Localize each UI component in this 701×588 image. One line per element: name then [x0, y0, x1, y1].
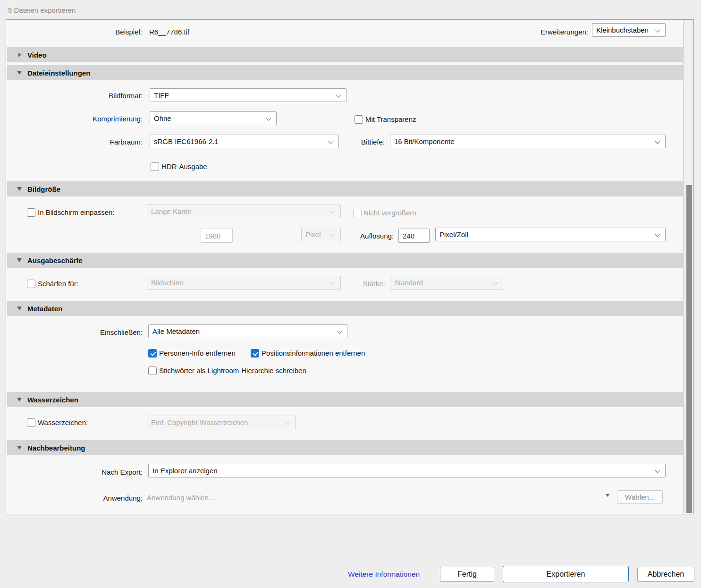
- section-header-output-sharpening[interactable]: Ausgabeschärfe: [7, 253, 684, 268]
- export-dialog-screen: 5 Dateien exportieren Beispiel: R6__7786…: [0, 0, 701, 588]
- color-space-value: sRGB IEC61966-2.1: [154, 137, 219, 145]
- watermark-value: Einf. Copyright-Wasserzeichen: [151, 418, 248, 426]
- section-header-video[interactable]: Video: [7, 47, 684, 62]
- chevron-down-icon: [285, 419, 290, 425]
- example-label: Beispiel:: [24, 27, 142, 37]
- color-space-label: Farbraum:: [25, 137, 143, 147]
- compression-value: Ohne: [154, 114, 171, 122]
- sharpen-amount-select: Standard: [390, 276, 503, 290]
- hdr-output-label: HDR-Ausgabe: [161, 162, 207, 171]
- resolution-input[interactable]: [398, 229, 430, 243]
- image-format-value: TIFF: [154, 91, 169, 99]
- resolution-label: Auflösung:: [276, 231, 394, 241]
- expanded-triangle-icon: [17, 258, 22, 262]
- expanded-triangle-icon: [17, 71, 22, 75]
- chevron-down-icon: [655, 231, 660, 237]
- fit-screen-checkbox[interactable]: [27, 208, 35, 217]
- extensions-value: Kleinbuchstaben: [596, 26, 649, 34]
- export-button[interactable]: Exportieren: [503, 566, 629, 582]
- sharpen-for-checkbox[interactable]: [27, 280, 35, 288]
- keywords-hierarchy-label: Stichwörter als Lightroom-Hierarchie sch…: [159, 366, 306, 375]
- watermark-label: Wasserzeichen:: [38, 418, 88, 427]
- cancel-button[interactable]: Abbrechen: [637, 567, 694, 582]
- sharpen-amount-label: Stärke:: [267, 279, 385, 289]
- transparency-checkbox[interactable]: [355, 115, 363, 124]
- expanded-triangle-icon: [17, 307, 22, 310]
- section-header-post-processing[interactable]: Nachbearbeitung: [7, 440, 684, 455]
- remove-person-info-label: Personen-Info entfernen: [159, 349, 236, 358]
- section-header-metadata[interactable]: Metadaten: [7, 301, 684, 316]
- fit-dimension-value: Lange Kante: [151, 207, 191, 215]
- bit-depth-value: 16 Bit/Komponente: [394, 137, 455, 145]
- watermark-checkbox[interactable]: [27, 418, 35, 427]
- collapsed-triangle-icon: [18, 52, 22, 57]
- remove-location-info-checkbox[interactable]: [251, 349, 259, 358]
- sharpen-target-value: Bildschirm: [151, 279, 184, 287]
- section-title-image-size: Bildgröße: [27, 185, 60, 193]
- after-export-select[interactable]: In Explorer anzeigen: [148, 464, 666, 477]
- scrollbar-thumb[interactable]: [686, 185, 692, 513]
- chevron-down-icon: [330, 208, 335, 213]
- section-title-metadata: Metadaten: [27, 305, 62, 313]
- resolution-unit-value: Pixel/Zoll: [439, 230, 468, 239]
- metadata-include-value: Alle Metadaten: [152, 327, 200, 335]
- chevron-down-icon: [655, 468, 660, 473]
- dialog-title: 5 Dateien exportieren: [8, 6, 76, 14]
- chevron-down-icon: [492, 280, 498, 285]
- fit-screen-label: In Bildschirm einpassen:: [38, 208, 115, 217]
- section-header-image-size[interactable]: Bildgröße: [7, 181, 684, 196]
- example-filename: R6__7786.tif: [149, 27, 189, 37]
- chevron-down-icon: [266, 115, 271, 120]
- export-settings-panel: Beispiel: R6__7786.tif Erweiterungen: Kl…: [6, 19, 694, 514]
- chevron-down-icon: [336, 92, 341, 97]
- long-edge-size-input[interactable]: [201, 229, 233, 243]
- remove-location-info-label: Positionsinformationen entfernen: [262, 349, 365, 358]
- expanded-triangle-icon: [17, 398, 22, 401]
- compression-select[interactable]: Ohne: [150, 111, 277, 125]
- expanded-triangle-icon: [17, 187, 22, 191]
- section-title-output-sharpening: Ausgabeschärfe: [27, 256, 83, 264]
- bit-depth-label: Bittiefe:: [267, 137, 385, 147]
- resolution-unit-select[interactable]: Pixel/Zoll: [435, 228, 666, 241]
- watermark-select: Einf. Copyright-Wasserzeichen: [147, 416, 296, 429]
- no-enlarge-checkbox: [353, 209, 362, 217]
- sharpen-amount-value: Standard: [394, 279, 423, 287]
- fit-dimension-select: Lange Kante: [147, 205, 341, 218]
- keywords-hierarchy-checkbox[interactable]: [148, 366, 157, 375]
- more-information-link[interactable]: Weitere Informationen: [348, 570, 420, 579]
- sharpen-for-label: Schärfen für:: [38, 279, 78, 289]
- hdr-output-checkbox[interactable]: [151, 162, 159, 171]
- done-button[interactable]: Fertig: [440, 567, 494, 582]
- application-dropdown-arrow-icon[interactable]: [606, 494, 609, 497]
- image-format-label: Bildformat:: [25, 91, 143, 101]
- image-format-select[interactable]: TIFF: [150, 88, 346, 102]
- extensions-label: Erweiterungen:: [470, 27, 588, 37]
- section-title-video: Video: [27, 51, 47, 59]
- after-export-label: Nach Export:: [25, 468, 143, 477]
- application-placeholder: Anwendung wählen...: [147, 493, 214, 503]
- metadata-include-select[interactable]: Alle Metadaten: [148, 324, 347, 338]
- section-title-file-settings: Dateieinstellungen: [27, 69, 90, 77]
- no-enlarge-label: Nicht vergrößern: [363, 208, 416, 218]
- chevron-down-icon: [655, 27, 660, 32]
- section-title-watermark: Wasserzeichen: [27, 396, 78, 404]
- vertical-scrollbar[interactable]: [683, 20, 693, 514]
- expanded-triangle-icon: [17, 446, 22, 450]
- section-header-watermark[interactable]: Wasserzeichen: [7, 392, 684, 407]
- transparency-label: Mit Transparenz: [365, 115, 416, 124]
- metadata-include-label: Einschließen:: [25, 328, 143, 337]
- bit-depth-select[interactable]: 16 Bit/Komponente: [390, 135, 666, 148]
- after-export-value: In Explorer anzeigen: [152, 467, 218, 475]
- section-title-post-processing: Nachbearbeitung: [27, 444, 85, 452]
- extensions-select[interactable]: Kleinbuchstaben: [592, 23, 666, 37]
- compression-label: Komprimierung:: [25, 114, 143, 124]
- application-label: Anwendung:: [25, 494, 143, 503]
- chevron-down-icon: [337, 328, 342, 333]
- choose-application-button[interactable]: Wählen...: [617, 490, 663, 504]
- remove-person-info-checkbox[interactable]: [148, 349, 157, 358]
- section-header-file-settings[interactable]: Dateieinstellungen: [7, 65, 684, 80]
- chevron-down-icon: [655, 138, 660, 144]
